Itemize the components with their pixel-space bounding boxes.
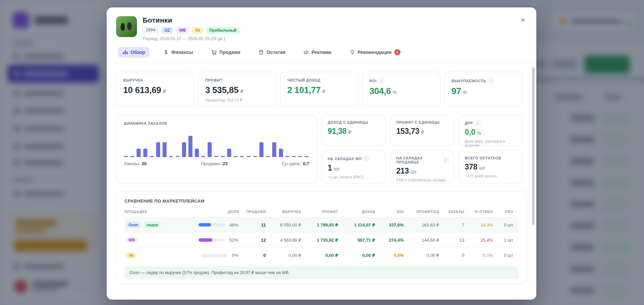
table-row-wb: WB 52% 12 4 563,69 ₽ 1 735,92 ₽ 987,71 ₽…: [124, 233, 518, 248]
marketplace-badge-oz: OZ: [162, 27, 173, 34]
tab-stocks[interactable]: Остатки: [254, 47, 290, 58]
notification-badge: 4: [394, 49, 400, 55]
leader-badge: лидер: [144, 222, 161, 228]
orders-dynamics-card: Динамика заказов Заказы:20 Продажи:23 Ср…: [116, 115, 317, 183]
share-bar: [199, 223, 225, 226]
platform-badge: Ozon: [126, 222, 141, 228]
modal-scroll-area: Выручка 10 613,69₽ Профит 3 535,85₽ Проф…: [107, 63, 536, 284]
card-income-per-unit: Доход с единицы 91,38₽: [322, 115, 386, 146]
card-total-stock: Всего остатков 378шт ~477 дней запаса: [459, 151, 523, 183]
period-label: Период: 2026-01-17 — 2026-02-15 (29 дн.): [143, 36, 240, 41]
sku-badge: 2904: [143, 27, 158, 34]
platform-badge: WB: [126, 237, 138, 243]
tab-recommendations[interactable]: Рекомендации 4: [345, 47, 405, 58]
card-profit-per-unit: Профит с единицы 153,73₽: [390, 115, 454, 146]
megaphone-icon: [303, 50, 309, 55]
kpi-card-net-income: Чистый доход 2 101,77₽: [280, 72, 358, 107]
orders-bar-chart: [124, 130, 309, 157]
info-icon[interactable]: i: [364, 156, 369, 161]
share-bar: [201, 254, 227, 257]
card-seller-warehouse: На складах продавцаi 213шт FBS + собстве…: [390, 151, 454, 183]
close-button[interactable]: ×: [517, 15, 528, 26]
product-title: Ботинки: [143, 16, 240, 24]
info-icon[interactable]: i: [475, 120, 480, 125]
chart-stats: Заказы:20 Продажи:23 Ср./день:0,7: [124, 161, 309, 166]
tab-sales[interactable]: Продажи: [207, 47, 245, 58]
kpi-card-revenue: Выручка 10 613,69₽: [116, 72, 194, 107]
info-icon[interactable]: i: [489, 78, 494, 83]
card-mp-warehouse: На складах МПi 1шт ~1 дн. запаса (FBO): [322, 151, 386, 183]
cart-icon: [211, 50, 217, 55]
card-drr: ДРРi 0,0% Доля рекл. расходов в выручке: [459, 115, 523, 146]
kpi-card-buyout: Выкупаемостьi 97%: [444, 72, 523, 107]
marketplace-comparison-card: Сравнение по маркетплейсам Площадка Доля…: [116, 191, 527, 284]
table-row-ozon: Ozon лидер 48% 11 6 050,00 ₽ 1 799,93 ₽ …: [124, 217, 518, 233]
marketplace-badge-ya: YA: [192, 27, 203, 34]
box-icon: [258, 50, 264, 55]
platform-badge: YA: [126, 252, 136, 258]
modal-scrollbar-thumb[interactable]: [532, 67, 535, 225]
bulb-icon: [350, 50, 355, 55]
bar-chart-icon: [122, 50, 128, 55]
chart-title: Динамика заказов: [124, 121, 167, 125]
kpi-card-profit: Профит 3 535,85₽ Профит/ед: 153,73 ₽: [198, 72, 276, 107]
product-thumbnail: [116, 16, 137, 37]
side-metric-grid: Доход с единицы 91,38₽ Профит с единицы …: [322, 115, 523, 183]
table-row-ya: YA 0% 0 0,00 ₽ 0,00 ₽ 0,00 ₽ 0,0% 0,00 ₽…: [124, 248, 518, 263]
modal-header: Ботинки 2904 OZ WB YA Прибыльный Период:…: [107, 7, 536, 63]
kpi-row: Выручка 10 613,69₽ Профит 3 535,85₽ Проф…: [116, 72, 527, 107]
tab-finance[interactable]: Финансы: [158, 47, 198, 58]
tab-ads[interactable]: Реклама: [299, 47, 336, 58]
modal-tabs: Обзор Финансы Продажи Остатки Реклама Ре…: [118, 47, 527, 63]
product-analytics-modal: × Ботинки 2904 OZ WB YA Прибыльный Перио…: [107, 7, 536, 300]
comparison-note: Ozon — лидер по выручке (57% продаж). Пр…: [124, 266, 518, 279]
info-icon[interactable]: i: [443, 158, 449, 163]
marketplace-badge-wb: WB: [176, 27, 189, 34]
status-badge: Прибыльный: [206, 27, 240, 34]
info-icon[interactable]: i: [379, 78, 384, 83]
dollar-icon: [163, 50, 169, 55]
share-bar: [199, 238, 225, 242]
kpi-card-roi: ROIi 304,6%: [362, 72, 440, 107]
comparison-title: Сравнение по маркетплейсам: [124, 199, 518, 204]
tab-overview[interactable]: Обзор: [118, 47, 150, 58]
table-header-row: Площадка Доля Продажи Выручка Профит Дох…: [124, 210, 518, 217]
